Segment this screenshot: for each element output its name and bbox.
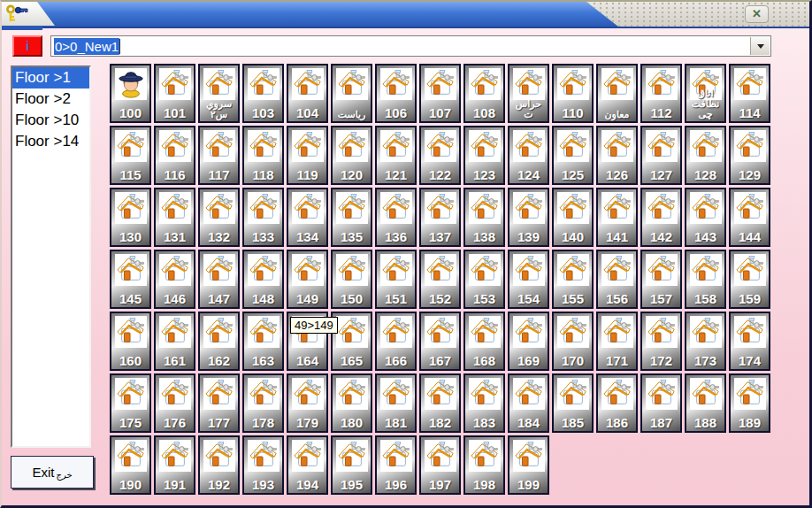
room-button[interactable]: 100: [110, 64, 151, 123]
room-button[interactable]: 135: [331, 188, 372, 247]
room-button[interactable]: 125: [552, 126, 594, 185]
room-button[interactable]: 157: [640, 250, 682, 309]
room-combo-box[interactable]: 0>0_New1: [50, 35, 771, 57]
room-button[interactable]: 114: [729, 64, 770, 123]
room-button[interactable]: 134: [287, 188, 328, 247]
room-button[interactable]: 192: [198, 435, 240, 495]
room-button[interactable]: 187: [640, 373, 682, 433]
room-button[interactable]: 147: [198, 250, 240, 309]
room-button[interactable]: 170: [552, 312, 594, 371]
room-button[interactable]: 195: [331, 435, 372, 495]
room-button[interactable]: 108: [463, 64, 505, 123]
room-button[interactable]: 163: [242, 312, 284, 371]
room-button[interactable]: 112: [640, 64, 682, 123]
room-button[interactable]: 159: [729, 250, 770, 309]
room-button[interactable]: 101: [154, 64, 195, 123]
close-icon[interactable]: ✕: [745, 5, 769, 23]
room-button[interactable]: 124: [508, 126, 549, 185]
room-button[interactable]: 194: [287, 435, 328, 495]
room-button[interactable]: 139: [508, 188, 549, 247]
room-button[interactable]: 199: [508, 435, 549, 495]
floor-item-10[interactable]: Floor >10: [12, 110, 89, 131]
room-button[interactable]: 119: [287, 126, 328, 185]
room-button[interactable]: 154: [508, 250, 549, 309]
room-button[interactable]: 142: [640, 188, 682, 247]
room-button[interactable]: 131: [154, 188, 195, 247]
room-button[interactable]: 182: [419, 373, 461, 433]
room-button[interactable]: 149: [287, 250, 328, 309]
room-button[interactable]: 183: [463, 373, 505, 433]
room-button[interactable]: 177: [198, 373, 240, 433]
floor-item-14[interactable]: Floor >14: [12, 131, 89, 152]
room-button[interactable]: 189: [729, 373, 770, 433]
room-button[interactable]: 179: [287, 373, 328, 433]
room-button[interactable]: 115: [110, 126, 151, 185]
info-button[interactable]: i: [12, 35, 42, 57]
room-button[interactable]: 104: [287, 64, 328, 123]
room-button[interactable]: 107: [419, 64, 461, 123]
room-button[interactable]: 120: [331, 126, 372, 185]
room-button[interactable]: 136: [375, 188, 417, 247]
exit-button[interactable]: Exit خرج: [11, 456, 94, 489]
room-button[interactable]: 184: [508, 373, 549, 433]
room-button[interactable]: 168: [463, 312, 505, 371]
room-button[interactable]: اتاق نظافت چی: [685, 64, 726, 123]
room-button[interactable]: 143: [685, 188, 726, 247]
room-button[interactable]: 103: [242, 64, 284, 123]
room-button[interactable]: 190: [110, 435, 151, 495]
room-button[interactable]: 146: [154, 250, 195, 309]
room-button[interactable]: 191: [154, 435, 195, 495]
room-button[interactable]: 172: [640, 312, 682, 371]
room-button[interactable]: 161: [154, 312, 195, 371]
room-button[interactable]: 158: [685, 250, 726, 309]
room-button[interactable]: 197: [419, 435, 461, 495]
room-button[interactable]: 174: [729, 312, 770, 371]
floor-item-2[interactable]: Floor >2: [12, 89, 89, 110]
floor-item-1[interactable]: Floor >1: [12, 67, 89, 89]
room-button[interactable]: 129: [729, 126, 770, 185]
dropdown-arrow-icon[interactable]: [750, 37, 770, 55]
room-button[interactable]: 169: [508, 312, 549, 371]
room-button[interactable]: 176: [154, 373, 195, 433]
room-button[interactable]: 137: [419, 188, 461, 247]
room-button[interactable]: 196: [375, 435, 417, 495]
room-button[interactable]: 160: [110, 312, 151, 371]
room-button[interactable]: 171: [596, 312, 638, 371]
room-button[interactable]: 173: [685, 312, 726, 371]
room-button[interactable]: 110: [552, 64, 594, 123]
room-button[interactable]: 116: [154, 126, 195, 185]
room-button[interactable]: 138: [463, 188, 505, 247]
room-button[interactable]: 193: [242, 435, 284, 495]
room-button[interactable]: 156: [596, 250, 638, 309]
room-button[interactable]: 188: [685, 373, 726, 433]
room-button[interactable]: 106: [375, 64, 417, 123]
room-button[interactable]: سروي س٢: [198, 64, 240, 123]
room-button[interactable]: 198: [463, 435, 505, 495]
room-button[interactable]: معاون: [596, 64, 638, 123]
room-button[interactable]: 141: [596, 188, 638, 247]
room-button[interactable]: 122: [419, 126, 461, 185]
room-button[interactable]: 175: [110, 373, 151, 433]
room-button[interactable]: 145: [110, 250, 151, 309]
room-button[interactable]: 117: [198, 126, 240, 185]
room-button[interactable]: 123: [463, 126, 505, 185]
room-button[interactable]: 155: [552, 250, 594, 309]
room-button[interactable]: 186: [596, 373, 638, 433]
room-button[interactable]: 132: [198, 188, 240, 247]
room-button[interactable]: 126: [596, 126, 638, 185]
room-button[interactable]: 150: [331, 250, 372, 309]
room-button[interactable]: 121: [375, 126, 417, 185]
room-button[interactable]: 133: [242, 188, 284, 247]
room-button[interactable]: 181: [375, 373, 417, 433]
room-button[interactable]: 140: [552, 188, 594, 247]
room-button[interactable]: رياست: [331, 64, 372, 123]
room-button[interactable]: 144: [729, 188, 770, 247]
room-button[interactable]: 185: [552, 373, 594, 433]
room-button[interactable]: 178: [242, 373, 284, 433]
room-button[interactable]: حراس ت: [508, 64, 549, 123]
room-button[interactable]: 167: [419, 312, 461, 371]
room-button[interactable]: 166: [375, 312, 417, 371]
room-button[interactable]: 130: [110, 188, 151, 247]
room-button[interactable]: 148: [242, 250, 284, 309]
room-button[interactable]: 118: [242, 126, 284, 185]
